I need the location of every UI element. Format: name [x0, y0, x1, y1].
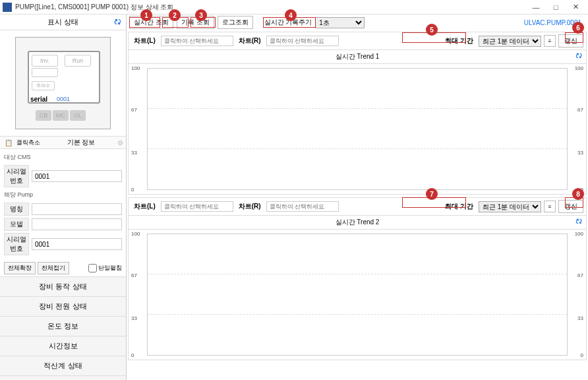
- trend2-chart: 100 67 33 0 100 67 33 0: [129, 230, 586, 360]
- serial-value: 0001: [57, 96, 70, 102]
- basic-info-label: 기본 정보: [40, 138, 122, 147]
- chart1-period-label: 최대 기간: [442, 35, 476, 47]
- ol-indicator: OL: [70, 110, 86, 121]
- chart2-l-input[interactable]: [161, 201, 233, 212]
- mc-indicator: MC: [53, 110, 69, 121]
- serial-label: serial: [30, 96, 47, 103]
- chart2-settings-icon[interactable]: ≡: [544, 201, 556, 212]
- callout-5: 5: [426, 24, 438, 36]
- minimize-button[interactable]: —: [526, 0, 546, 15]
- model-input[interactable]: [32, 218, 122, 230]
- trend1-chart: 100 67 33 0 100 67 33 0: [129, 64, 586, 194]
- name-label: 명칭: [4, 203, 29, 216]
- chart2-period-select[interactable]: 최근 1분 데이터: [479, 201, 541, 212]
- cb-indicator: CB: [36, 110, 51, 121]
- nav-time[interactable]: 시간정보: [0, 336, 126, 356]
- expand-all-button[interactable]: 전체확장: [4, 262, 36, 274]
- click-axis-icon: 📋: [4, 138, 13, 147]
- callout-8: 8: [572, 188, 584, 200]
- trend2-refresh-icon[interactable]: 🗘: [574, 218, 583, 227]
- nav-equipment-operation[interactable]: 장비 동작 상태: [0, 277, 126, 297]
- chart1-period-select[interactable]: 최근 1분 데이터: [479, 36, 541, 47]
- serial2-input[interactable]: [32, 238, 122, 250]
- chart1-l-input[interactable]: [161, 36, 233, 46]
- freq-indicator: 주파수: [32, 81, 55, 90]
- gear-icon[interactable]: ⚙: [117, 139, 123, 146]
- nav-temperature[interactable]: 온도 정보: [0, 317, 126, 336]
- name-input[interactable]: [32, 203, 122, 215]
- nav-equipment-power[interactable]: 장비 전원 상태: [0, 297, 126, 317]
- callout-7: 7: [426, 188, 438, 200]
- maximize-button[interactable]: □: [546, 0, 566, 15]
- serial-number-label: 시리얼 번호: [4, 165, 29, 187]
- serial2-label: 시리얼번호: [4, 233, 29, 255]
- callout-1: 1: [140, 9, 152, 21]
- chart2-r-input[interactable]: [266, 201, 339, 212]
- chart1-settings-icon[interactable]: ≡: [544, 35, 556, 47]
- callout-6: 6: [572, 22, 584, 34]
- interval-select[interactable]: 1초: [315, 17, 365, 28]
- inv-indicator: Inv.: [32, 55, 58, 67]
- callout-3: 3: [195, 9, 207, 21]
- chart2-l-label: 차트(L): [131, 201, 158, 212]
- model-label: 모델: [4, 218, 29, 231]
- pump-diagram: Inv. Run 주파수 serial 0001 CB MC OL: [15, 37, 111, 129]
- chart1-l-label: 차트(L): [131, 35, 158, 47]
- close-button[interactable]: ✕: [566, 0, 585, 15]
- callout-4: 4: [285, 9, 297, 21]
- chart2-refresh-button[interactable]: 갱신: [558, 200, 583, 213]
- serial-number-input[interactable]: [32, 170, 122, 182]
- refresh-icon[interactable]: 🗘: [114, 18, 123, 27]
- trend2-title: 실시간 Trend 2: [336, 218, 380, 227]
- chart1-r-label: 차트(R): [236, 35, 264, 47]
- tab-log[interactable]: 로그조회: [218, 16, 253, 29]
- chart1-r-input[interactable]: [266, 36, 339, 46]
- trend1-refresh-icon[interactable]: 🗘: [574, 52, 583, 61]
- chart2-r-label: 차트(R): [236, 201, 264, 212]
- chart2-period-label: 최대 기간: [442, 201, 476, 212]
- nav-counter[interactable]: 적산계 상태: [0, 356, 126, 376]
- cms-section-label: 대상 CMS: [4, 152, 122, 163]
- chart1-refresh-button[interactable]: 갱신: [558, 34, 583, 48]
- callout-2: 2: [169, 9, 181, 21]
- app-icon: [3, 3, 12, 12]
- run-indicator: Run: [65, 55, 91, 67]
- click-axis-label: 클릭측소: [16, 139, 40, 147]
- single-open-checkbox[interactable]: 단일펼침: [88, 264, 122, 272]
- collapse-all-button[interactable]: 전체접기: [38, 262, 69, 274]
- sidebar-header: 표시 상태: [47, 17, 78, 27]
- trend1-title: 실시간 Trend 1: [336, 52, 380, 61]
- pump-section-label: 해당 Pump: [4, 189, 122, 201]
- window-title: PUMP([Line1, CMS0001] PUMP 0001) 정보 상세 조…: [15, 3, 526, 12]
